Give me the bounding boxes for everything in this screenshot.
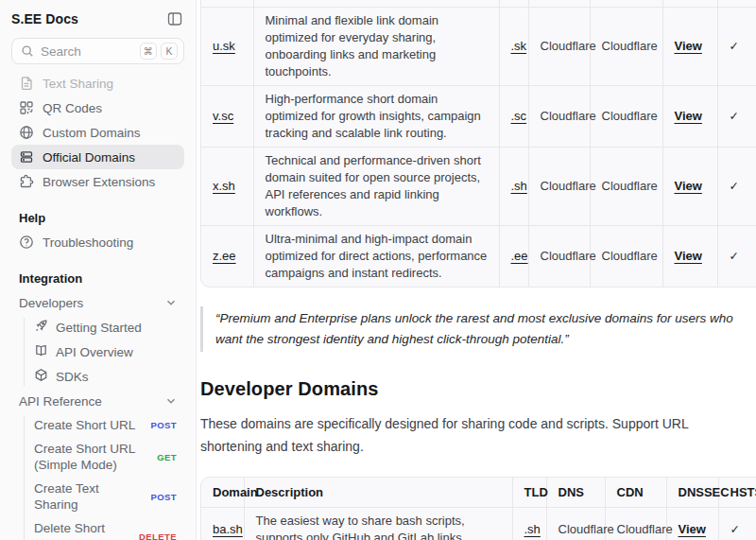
sidebar-item-create-short-url[interactable]: Create Short URL POST: [26, 413, 184, 437]
search-input[interactable]: Search ⌘ K: [11, 38, 184, 64]
col-header-cdn: CDN: [605, 478, 666, 508]
col-header-description: Description: [244, 478, 512, 508]
domain-description: The easiest way to share bash scripts, s…: [244, 508, 512, 540]
sidebar-item-label: SDKs: [56, 369, 89, 385]
tld-link[interactable]: .sh: [511, 179, 527, 193]
sidebar-item-custom-domains[interactable]: Custom Domains: [11, 120, 184, 145]
dnssec-view-link[interactable]: View: [675, 179, 702, 193]
sidebar-item-sdks[interactable]: SDKs: [26, 364, 184, 389]
qr-code-icon: [19, 100, 34, 115]
dnssec-view-link[interactable]: View: [679, 522, 706, 536]
dnssec-view-link[interactable]: View: [675, 39, 702, 53]
collapser-label: Developers: [19, 296, 83, 310]
domain-description: Technical and performance-driven short d…: [253, 147, 499, 225]
sidebar-item-label: Delete Short URL: [34, 520, 126, 540]
hsts-check: ✓: [717, 147, 756, 225]
col-header-dnssec: DNSSEC: [666, 478, 718, 508]
sidebar-toggle-button[interactable]: [165, 9, 184, 28]
col-header-tld: TLD: [512, 478, 546, 508]
sidebar: S.EE Docs Search ⌘ K Text Sharing QR Cod…: [0, 0, 197, 540]
sidebar-item-label: Create Short URL (Simple Mode): [34, 441, 144, 473]
sidebar-item-qr-codes[interactable]: QR Codes: [11, 96, 184, 120]
domain-description: High-performance short domain optimized …: [253, 85, 499, 147]
table-row: ba.sh The easiest way to share bash scri…: [201, 508, 756, 540]
cdn-value: Cloudflare: [590, 7, 662, 85]
search-placeholder: Search: [41, 44, 81, 59]
sidebar-item-troubleshooting[interactable]: Troubleshooting: [11, 230, 184, 254]
package-icon: [34, 368, 48, 385]
sidebar-item-getting-started[interactable]: Getting Started: [26, 315, 184, 340]
dnssec-view-link[interactable]: View: [675, 109, 702, 123]
puzzle-icon: [19, 174, 34, 189]
sidebar-item-label: Getting Started: [56, 320, 142, 336]
sidebar-item-label: Browser Extensions: [43, 175, 155, 189]
sidebar-item-create-text-sharing[interactable]: Create Text Sharing POST: [26, 477, 184, 516]
sidebar-item-label: API Overview: [56, 344, 133, 360]
sidebar-item-label: Create Text Sharing: [34, 480, 138, 513]
section-integration: Integration: [11, 269, 184, 287]
domain-link[interactable]: x.sh: [213, 179, 235, 193]
developer-domains-heading: Developer Domains: [200, 378, 756, 400]
developer-domains-table: Domain Description TLD DNS CDN DNSSEC HS…: [200, 477, 756, 540]
col-header-domain: Domain: [201, 478, 244, 508]
dns-value: Cloudflare: [528, 225, 590, 287]
dns-value: Cloudflare: [528, 147, 590, 225]
premium-quote: “Premium and Enterprise plans unlock the…: [200, 306, 735, 352]
developer-domains-intro: These domains are specifically designed …: [200, 412, 735, 458]
col-header-dns: DNS: [546, 478, 605, 508]
sidebar-item-text-sharing[interactable]: Text Sharing: [11, 71, 184, 96]
dns-value: Cloudflare: [546, 508, 605, 540]
dnssec-view-link[interactable]: View: [675, 249, 702, 263]
premium-domains-table: u.sk Minimal and flexible link domain op…: [200, 0, 756, 287]
kbd-cmd: ⌘: [140, 43, 158, 60]
hsts-check: ✓: [718, 508, 756, 540]
domain-link[interactable]: z.ee: [213, 249, 236, 263]
method-badge: POST: [151, 420, 177, 430]
search-icon: [21, 44, 34, 58]
tld-link[interactable]: .sc: [511, 109, 527, 123]
api-reference-group: Create Short URL POST Create Short URL (…: [11, 413, 184, 540]
collapser-developers[interactable]: Developers: [11, 290, 184, 315]
hsts-check: ✓: [717, 225, 756, 287]
method-badge: GET: [157, 452, 177, 462]
sidebar-item-browser-extensions[interactable]: Browser Extensions: [11, 169, 184, 194]
globe-icon: [19, 125, 34, 140]
tld-link[interactable]: .sk: [511, 39, 527, 53]
collapser-api-reference[interactable]: API Reference: [11, 389, 184, 413]
chevron-down-icon: [165, 395, 177, 407]
dns-value: Cloudflare: [528, 7, 590, 85]
kbd-k: K: [161, 43, 178, 60]
book-icon: [34, 343, 48, 360]
table-row-clipped: [201, 0, 756, 7]
table-row: v.sc High-performance short domain optim…: [201, 85, 756, 147]
sidebar-item-label: Create Short URL: [34, 417, 138, 433]
domain-link[interactable]: v.sc: [213, 109, 233, 123]
sidebar-item-api-overview[interactable]: API Overview: [26, 340, 184, 364]
chevron-down-icon: [165, 297, 177, 308]
sidebar-item-label: QR Codes: [43, 101, 102, 115]
sidebar-item-label: Official Domains: [43, 150, 135, 165]
sidebar-item-label: Text Sharing: [43, 77, 113, 91]
method-badge: DELETE: [139, 531, 177, 540]
method-badge: POST: [151, 492, 177, 502]
hsts-check: ✓: [717, 85, 756, 147]
sidebar-item-official-domains[interactable]: Official Domains: [11, 145, 184, 169]
section-help: Help: [11, 208, 184, 227]
domain-link[interactable]: u.sk: [213, 39, 235, 53]
sidebar-item-delete-short-url[interactable]: Delete Short URL DELETE: [26, 516, 184, 540]
table-row: z.ee Ultra-minimal and high-impact domai…: [201, 225, 756, 287]
domain-description: Minimal and flexible link domain optimiz…: [253, 7, 499, 85]
sidebar-item-create-short-url-simple[interactable]: Create Short URL (Simple Mode) GET: [26, 437, 184, 477]
collapser-label: API Reference: [19, 394, 102, 409]
sidebar-header: S.EE Docs: [11, 9, 184, 29]
server-stack-icon: [19, 149, 34, 165]
help-circle-icon: [19, 235, 34, 250]
sidebar-item-label: Troubleshooting: [43, 235, 133, 250]
tld-link[interactable]: .ee: [511, 249, 528, 263]
search-shortcut: ⌘ K: [140, 43, 179, 60]
sidebar-item-label: Custom Domains: [43, 126, 141, 140]
sidebar-nav: Text Sharing QR Codes Custom Domains Off…: [11, 71, 184, 194]
tld-link[interactable]: .sh: [524, 522, 541, 536]
domain-link[interactable]: ba.sh: [213, 522, 243, 536]
table-header-row: Domain Description TLD DNS CDN DNSSEC HS…: [201, 478, 756, 508]
